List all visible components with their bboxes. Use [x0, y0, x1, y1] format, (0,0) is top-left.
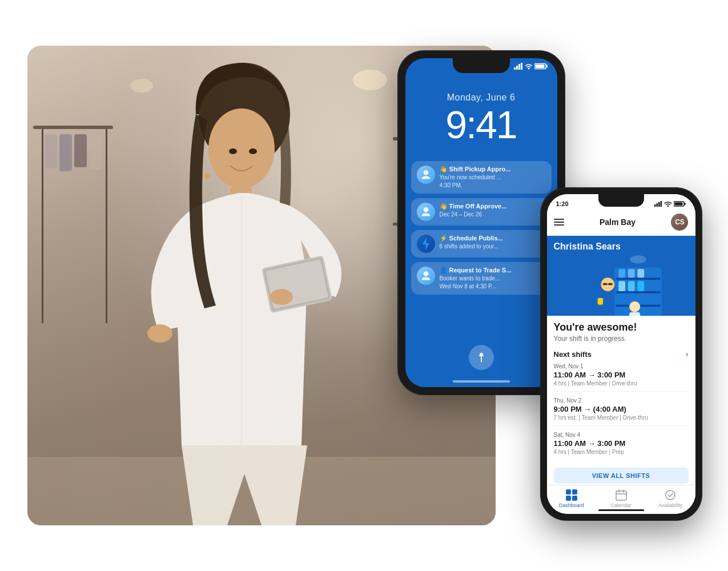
awesome-subtitle: Your shift is in progress. [554, 335, 689, 343]
svg-rect-65 [618, 269, 625, 278]
app-status-icons [654, 201, 686, 207]
notif-title-1: 👋 Shift Pickup Appro... [440, 166, 546, 173]
app-wifi-icon [664, 201, 672, 207]
next-shifts-arrow[interactable]: › [686, 349, 689, 359]
notif-body-3: 6 shifts added to your... [440, 243, 546, 250]
svg-rect-68 [618, 281, 625, 291]
svg-point-49 [423, 207, 428, 212]
next-shifts-header: Next shifts › [554, 349, 689, 359]
svg-rect-40 [514, 67, 516, 70]
svg-point-88 [666, 490, 675, 500]
battery-icon [534, 63, 548, 70]
svg-point-79 [630, 255, 646, 263]
notif-avatar-2 [417, 203, 435, 221]
phone-app-screen: 1:20 [541, 188, 701, 520]
notif-body-1: You're now scheduled ... [440, 174, 546, 181]
svg-rect-58 [684, 203, 685, 205]
notif-content-4: 👤 Request to Trade S... Booker wants to … [440, 267, 546, 290]
svg-rect-47 [535, 65, 544, 68]
person-icon-2 [420, 206, 432, 218]
notif-title-2: 👋 Time Off Approve... [440, 203, 546, 210]
nav-item-calendar[interactable]: Calendar [596, 489, 646, 508]
notif-avatar-1 [417, 166, 435, 184]
app-hero-section: Christina Sears [547, 236, 695, 316]
shift-date-1: Wed, Nov 1 [554, 363, 689, 369]
nav-item-availability[interactable]: Availability [646, 489, 695, 508]
svg-point-50 [423, 271, 428, 276]
shift-item-2: Thu, Nov 2 9:00 PM → (4:00 AM) 7 hrs est… [554, 397, 689, 426]
svg-rect-52 [654, 204, 656, 207]
home-indicator [453, 380, 510, 383]
wifi-icon [525, 63, 533, 70]
hero-user-name: Christina Sears [554, 242, 689, 252]
notif-title-3: ⚡ Schedule Publis... [440, 235, 546, 242]
shift-detail-3: 4 hrs | Team Member | Prep [554, 449, 689, 455]
view-all-shifts-button[interactable]: VIEW ALL SHIFTS [554, 468, 689, 484]
app-home-indicator [598, 509, 644, 511]
shift-detail-1: 4 hrs | Team Member | Drive-thru [554, 380, 689, 387]
notif-body-4: Booker wants to trade... [440, 275, 546, 282]
notif-avatar-4 [417, 267, 435, 285]
lock-status-icons [514, 63, 548, 70]
notif-body-4b: Wed Nov 8 at 4:30 P... [440, 283, 546, 290]
calendar-nav-label: Calendar [610, 502, 632, 508]
flashlight-button[interactable] [469, 345, 494, 370]
svg-rect-76 [608, 283, 612, 286]
notif-body-2: Dec 24 – Dec 26 [440, 211, 546, 218]
main-scene: Monday, June 6 9:41 👋 Shift Pickup Appro… [27, 29, 701, 542]
svg-rect-67 [637, 269, 644, 278]
svg-rect-42 [518, 64, 520, 70]
notif-title-4: 👤 Request to Trade S... [440, 267, 546, 274]
svg-rect-55 [660, 201, 662, 207]
notif-content-2: 👋 Time Off Approve... Dec 24 – Dec 26 [440, 203, 546, 218]
svg-rect-53 [656, 203, 658, 207]
svg-rect-63 [616, 291, 660, 293]
svg-marker-51 [479, 353, 484, 362]
person-icon-3 [420, 270, 432, 282]
dashboard-icon [565, 489, 578, 501]
svg-rect-43 [521, 63, 522, 70]
svg-rect-81 [572, 489, 577, 494]
shift-time-1: 11:00 AM → 3:00 PM [554, 371, 689, 379]
phone-lock-screen: Monday, June 6 9:41 👋 Shift Pickup Appro… [399, 51, 564, 394]
svg-rect-80 [566, 489, 571, 494]
person-icon [420, 169, 432, 180]
notif-content-1: 👋 Shift Pickup Appro... You're now sched… [440, 166, 546, 189]
notification-item: 👤 Request to Trade S... Booker wants to … [411, 262, 552, 295]
nav-item-dashboard[interactable]: Dashboard [547, 489, 597, 508]
svg-point-56 [667, 206, 669, 207]
app-time: 1:20 [556, 200, 569, 207]
dashboard-nav-label: Dashboard [559, 502, 584, 508]
hero-illustration [554, 254, 689, 316]
svg-rect-74 [629, 312, 640, 316]
svg-rect-69 [628, 281, 634, 291]
calendar-icon [615, 489, 628, 501]
svg-rect-62 [616, 278, 660, 280]
svg-rect-41 [516, 66, 518, 70]
lock-date: Monday, June 6 [447, 93, 516, 103]
hamburger-menu-button[interactable] [554, 219, 564, 226]
signal-icon [514, 63, 523, 70]
svg-point-48 [423, 170, 428, 175]
svg-rect-59 [674, 203, 682, 206]
app-header-title: Palm Bay [600, 218, 636, 227]
app-signal-icon [654, 201, 662, 207]
svg-rect-84 [616, 491, 626, 500]
notif-avatar-3 [417, 235, 435, 253]
shift-item-1: Wed, Nov 1 11:00 AM → 3:00 PM 4 hrs | Te… [554, 363, 689, 392]
shift-date-2: Thu, Nov 2 [554, 397, 689, 404]
svg-rect-82 [566, 496, 571, 501]
svg-rect-83 [572, 496, 577, 501]
notif-content-3: ⚡ Schedule Publis... 6 shifts added to y… [440, 235, 546, 250]
availability-nav-label: Availability [658, 502, 682, 508]
awesome-title: You're awesome! [554, 321, 689, 333]
svg-point-73 [629, 301, 640, 312]
svg-point-44 [528, 68, 529, 70]
svg-rect-46 [546, 65, 548, 68]
next-shifts-title: Next shifts [554, 350, 592, 359]
app-phone-notch [598, 194, 644, 207]
availability-icon [664, 489, 677, 501]
notification-item: 👋 Time Off Approve... Dec 24 – Dec 26 [411, 198, 552, 226]
user-avatar[interactable]: CS [671, 214, 688, 231]
svg-rect-75 [603, 283, 607, 286]
